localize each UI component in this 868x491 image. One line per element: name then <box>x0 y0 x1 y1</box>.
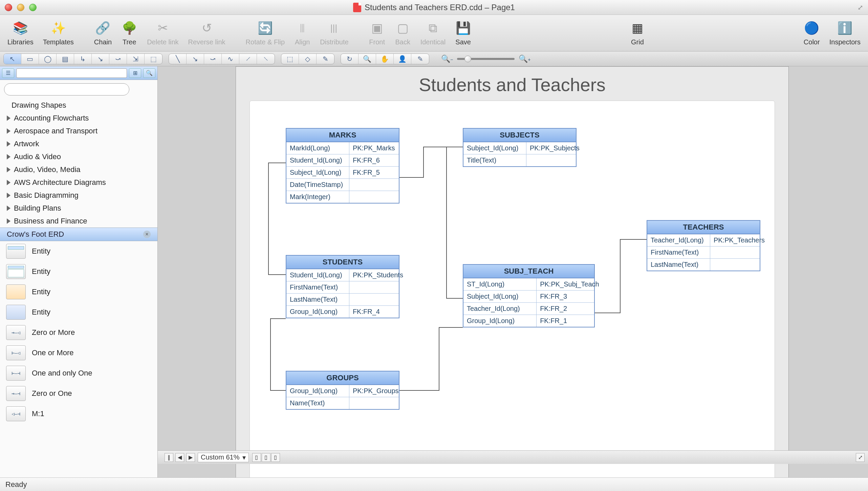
zoom-slider[interactable] <box>457 58 515 60</box>
entity-marks[interactable]: MARKS MarkId(Long)PK:PK_MarksStudent_Id(… <box>286 128 399 204</box>
text-tool[interactable]: ▤ <box>57 54 74 64</box>
sidebar-section-crowsfoot[interactable]: Crow's Foot ERD × <box>0 228 157 241</box>
fullscreen-icon[interactable]: ⤢ <box>858 3 863 12</box>
line-tool-2[interactable]: ↘ <box>187 54 204 64</box>
zoom-in-icon[interactable]: 🔍+ <box>519 55 530 63</box>
identical-button[interactable]: ⧉Identical <box>417 19 449 47</box>
close-icon[interactable]: × <box>143 231 151 238</box>
entity-students[interactable]: STUDENTS Student_Id(Long)PK:PK_StudentsF… <box>286 255 399 318</box>
entity-teachers[interactable]: TEACHERS Teacher_Id(Long)PK:PK_TeachersF… <box>647 220 760 271</box>
rel-line <box>270 318 271 390</box>
distribute-button[interactable]: ⫼Distribute <box>317 19 352 47</box>
sidebar-category[interactable]: Audio, Video, Media <box>0 163 157 176</box>
shape-item[interactable]: ⊢—⊣One and only One <box>0 363 157 383</box>
sidebar-category-label: Audio & Video <box>14 152 61 161</box>
shape-item[interactable]: Entity <box>0 261 157 282</box>
sidebar-category[interactable]: Business and Finance <box>0 215 157 228</box>
shape-item[interactable]: ⊸—⊣Zero or One <box>0 383 157 404</box>
entity-groups[interactable]: GROUPS Group_Id(Long)PK:PK_GroupsName(Te… <box>286 371 399 410</box>
grid-view-icon[interactable]: ⊞ <box>129 68 141 78</box>
view-mode-1[interactable]: ▯ <box>252 453 261 462</box>
sidebar-category[interactable]: Artwork <box>0 137 157 150</box>
reverse-link-button[interactable]: ↺Reverse link <box>185 19 229 47</box>
inspectors-label: Inspectors <box>829 38 861 46</box>
tree-label: Tree <box>123 38 136 46</box>
library-view-icon[interactable]: ☰ <box>2 68 14 78</box>
connector-tool-3[interactable]: ⤻ <box>109 54 127 64</box>
zoom-slider-knob[interactable] <box>464 56 471 62</box>
connector-tool-5[interactable]: ⬚ <box>145 54 162 64</box>
sidebar-category[interactable]: Basic Diagramming <box>0 189 157 202</box>
zoom-window-button[interactable] <box>29 4 37 11</box>
pager-prev-button[interactable]: ◀ <box>175 453 184 462</box>
entity-field: MarkId(Long) <box>286 142 349 154</box>
connector-tool-1[interactable]: ↳ <box>74 54 92 64</box>
templates-button[interactable]: ✨Templates <box>40 19 77 47</box>
color-button[interactable]: 🔵Color <box>800 19 823 47</box>
zoom-out-icon[interactable]: 🔍− <box>441 55 453 63</box>
entity-row: Mark(Integer) <box>286 191 399 203</box>
chain-button[interactable]: 🔗Chain <box>91 19 115 47</box>
tree-button[interactable]: 🌳Tree <box>118 19 141 47</box>
sidebar-filter-input[interactable] <box>16 68 127 78</box>
close-window-button[interactable] <box>5 4 12 11</box>
entity-subjects[interactable]: SUBJECTS Subject_Id(Long)PK:PK_SubjectsT… <box>463 128 577 167</box>
entity-row: Group_Id(Long)PK:PK_Groups <box>286 385 399 397</box>
spline-tool[interactable]: ∿ <box>222 54 239 64</box>
entity-key: FK:FR_6 <box>349 154 399 166</box>
delete-link-button[interactable]: ✂Delete link <box>144 19 182 47</box>
entity-subj-teach[interactable]: SUBJ_TEACH ST_Id(Long)PK:PK_Subj_TeachSu… <box>463 264 595 327</box>
pointer-tool[interactable]: ↖ <box>4 54 21 64</box>
shape-item[interactable]: ⊢—◁One or More <box>0 343 157 363</box>
save-button[interactable]: 💾Save <box>452 19 475 47</box>
edit-tool-1[interactable]: ⬚ <box>281 54 299 64</box>
sidebar-search-input[interactable] <box>4 83 129 95</box>
sidebar-category[interactable]: Drawing Shapes <box>0 99 157 112</box>
entity-field: Group_Id(Long) <box>463 315 537 327</box>
rotate-flip-button[interactable]: 🔄Rotate & Flip <box>242 19 288 47</box>
libraries-button[interactable]: 📚Libraries <box>4 19 37 47</box>
view-mode-2[interactable]: ▯ <box>262 453 270 462</box>
hand-tool[interactable]: ✋ <box>376 54 394 64</box>
refresh-tool[interactable]: ↻ <box>341 54 359 64</box>
back-button[interactable]: ▢Back <box>391 19 414 47</box>
expand-button[interactable]: ⤢ <box>856 453 865 462</box>
shape-item[interactable]: ◁—⊣M:1 <box>0 404 157 424</box>
pager-pause-button[interactable]: ‖ <box>165 453 173 462</box>
sidebar-category[interactable]: Accounting Flowcharts <box>0 112 157 125</box>
view-tools: ↻ 🔍 ✋ 👤 ✎ <box>341 54 429 64</box>
shape-item[interactable]: ⊸—◁Zero or More <box>0 322 157 343</box>
connector-tool-4[interactable]: ⇲ <box>127 54 145 64</box>
zoom-select[interactable]: Custom 61%▾ <box>198 453 249 462</box>
view-mode-3[interactable]: ▯ <box>271 453 280 462</box>
grid-button[interactable]: ▦Grid <box>626 19 649 47</box>
rect-tool[interactable]: ▭ <box>21 54 39 64</box>
pager-next-button[interactable]: ▶ <box>186 453 195 462</box>
poly-tool-2[interactable]: ⟍ <box>257 54 275 64</box>
zoom-tool[interactable]: 🔍 <box>359 54 376 64</box>
canvas[interactable]: Students and Teachers MARKS MarkId(Long)… <box>158 66 868 477</box>
entity-row: Group_Id(Long)FK:FR_1 <box>463 315 594 327</box>
poly-tool-1[interactable]: ⟋ <box>239 54 257 64</box>
sidebar-category[interactable]: Building Plans <box>0 202 157 215</box>
eyedropper-tool[interactable]: ✎ <box>411 54 429 64</box>
line-tool-1[interactable]: ╲ <box>169 54 187 64</box>
inspectors-button[interactable]: ℹ️Inspectors <box>826 19 864 47</box>
sidebar-category[interactable]: Aerospace and Transport <box>0 125 157 137</box>
search-icon[interactable]: 🔍 <box>143 68 155 78</box>
shape-item[interactable]: Entity <box>0 241 157 261</box>
front-button[interactable]: ▣Front <box>366 19 389 47</box>
arc-tool[interactable]: ⤻ <box>204 54 222 64</box>
diagram-area: MARKS MarkId(Long)PK:PK_MarksStudent_Id(… <box>249 101 775 477</box>
align-button[interactable]: ⫴Align <box>291 19 314 47</box>
connector-tool-2[interactable]: ↘ <box>92 54 109 64</box>
edit-tool-3[interactable]: ✎ <box>317 54 334 64</box>
sidebar-category[interactable]: Audio & Video <box>0 150 157 163</box>
shape-item[interactable]: Entity <box>0 282 157 302</box>
edit-tool-2[interactable]: ◇ <box>299 54 317 64</box>
stamp-tool[interactable]: 👤 <box>394 54 411 64</box>
minimize-window-button[interactable] <box>17 4 24 11</box>
ellipse-tool[interactable]: ◯ <box>39 54 57 64</box>
sidebar-category[interactable]: AWS Architecture Diagrams <box>0 176 157 189</box>
shape-item[interactable]: Entity <box>0 302 157 322</box>
